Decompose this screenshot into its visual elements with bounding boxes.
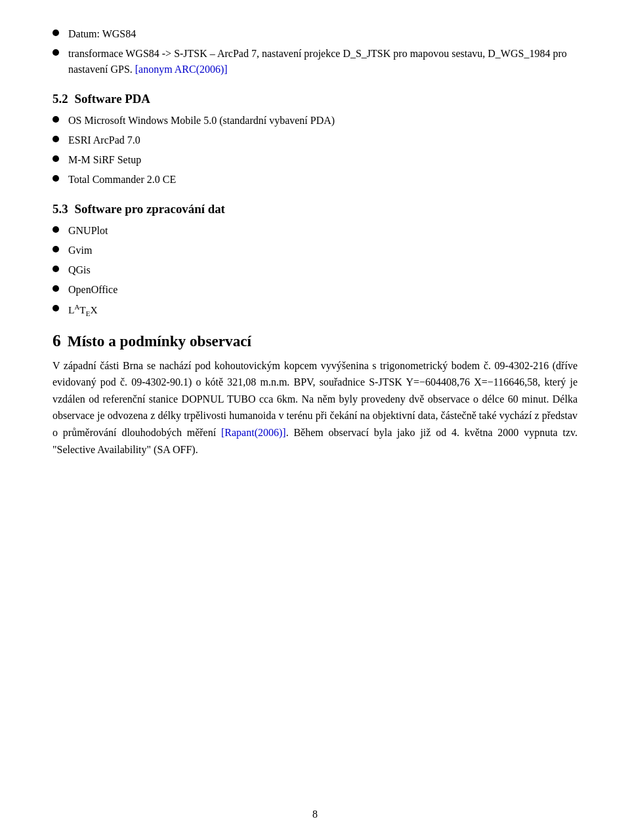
item-text: Datum: WGS84 bbox=[68, 26, 136, 42]
list-item: Gvim bbox=[52, 243, 578, 258]
item-text: QGis bbox=[68, 262, 91, 278]
bullet-icon bbox=[52, 136, 59, 142]
page-number: 8 bbox=[312, 809, 318, 820]
section-53: 5.3 Software pro zpracování dat GNUPlot … bbox=[52, 202, 578, 319]
item-text: GNUPlot bbox=[68, 223, 108, 239]
item-text: OS Microsoft Windows Mobile 5.0 (standar… bbox=[68, 113, 335, 129]
item-text: M-M SiRF Setup bbox=[68, 152, 141, 168]
citation-anonym: [anonym ARC(2006)] bbox=[135, 64, 228, 75]
section-53-list: GNUPlot Gvim QGis OpenOffice LATEX bbox=[52, 223, 578, 319]
top-bullet-list: Datum: WGS84 transformace WGS84 -> S-JTS… bbox=[52, 26, 578, 77]
bullet-icon bbox=[52, 116, 59, 123]
page: Datum: WGS84 transformace WGS84 -> S-JTS… bbox=[0, 0, 630, 840]
citation-rapant: [Rapant(2006)] bbox=[221, 427, 286, 438]
item-text: Gvim bbox=[68, 243, 92, 258]
bullet-icon bbox=[52, 305, 59, 311]
list-item: Total Commander 2.0 CE bbox=[52, 172, 578, 188]
section-6-title: Místo a podmínky observací bbox=[68, 332, 251, 350]
bullet-icon bbox=[52, 246, 59, 252]
list-item: M-M SiRF Setup bbox=[52, 152, 578, 168]
list-item: QGis bbox=[52, 262, 578, 278]
section-6-number: 6 bbox=[52, 331, 61, 351]
list-item: transformace WGS84 -> S-JTSK – ArcPad 7,… bbox=[52, 46, 578, 77]
section-52-list: OS Microsoft Windows Mobile 5.0 (standar… bbox=[52, 113, 578, 188]
list-item: OS Microsoft Windows Mobile 5.0 (standar… bbox=[52, 113, 578, 129]
section-6: 6 Místo a podmínky observací V západní č… bbox=[52, 331, 578, 458]
section-6-heading: 6 Místo a podmínky observací bbox=[52, 331, 578, 351]
section-52-number: 5.2 bbox=[52, 92, 68, 106]
list-item: OpenOffice bbox=[52, 282, 578, 298]
section-52-heading: 5.2 Software PDA bbox=[52, 92, 578, 106]
bullet-icon bbox=[52, 49, 59, 56]
list-item: LATEX bbox=[52, 302, 578, 319]
item-text: OpenOffice bbox=[68, 282, 117, 298]
item-text-latex: LATEX bbox=[68, 302, 98, 319]
list-item: GNUPlot bbox=[52, 223, 578, 239]
section-6-paragraph: V západní části Brna se nachází pod koho… bbox=[52, 357, 578, 458]
bullet-icon bbox=[52, 175, 59, 182]
list-item: ESRI ArcPad 7.0 bbox=[52, 132, 578, 148]
bullet-icon bbox=[52, 266, 59, 272]
bullet-icon bbox=[52, 30, 59, 36]
section-52-title: Software PDA bbox=[75, 92, 150, 106]
section-52: 5.2 Software PDA OS Microsoft Windows Mo… bbox=[52, 92, 578, 188]
item-text: Total Commander 2.0 CE bbox=[68, 172, 176, 188]
bullet-icon bbox=[52, 226, 59, 233]
list-item: Datum: WGS84 bbox=[52, 26, 578, 42]
section-53-heading: 5.3 Software pro zpracování dat bbox=[52, 202, 578, 216]
bullet-icon bbox=[52, 285, 59, 292]
section-53-number: 5.3 bbox=[52, 202, 68, 216]
section-53-title: Software pro zpracování dat bbox=[75, 202, 225, 216]
item-text: ESRI ArcPad 7.0 bbox=[68, 132, 140, 148]
item-text: transformace WGS84 -> S-JTSK – ArcPad 7,… bbox=[68, 46, 578, 77]
bullet-icon bbox=[52, 155, 59, 162]
